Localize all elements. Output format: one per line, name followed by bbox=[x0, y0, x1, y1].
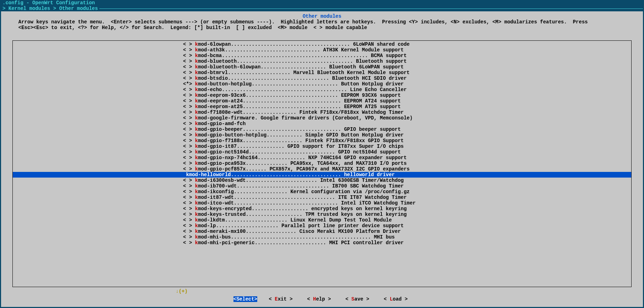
module-row-mod-keys-trusted[interactable]: < > kmod-keys-trusted...................… bbox=[13, 212, 631, 217]
module-row-mod-it87-wdt[interactable]: < > kmod-it87-wdt.......................… bbox=[13, 195, 631, 200]
module-row-mod-gpio-nct5104d[interactable]: < > kmod-gpio-nct5104d..................… bbox=[13, 149, 631, 155]
module-row-mod-mhi-bus[interactable]: < > kmod-mhi-bus........................… bbox=[13, 234, 631, 240]
main-area: Other modules Arrow keys navigate the me… bbox=[1, 11, 643, 307]
module-row-mod-gpio-amd-fch[interactable]: < > kmod-gpio-amd-fch bbox=[13, 121, 631, 127]
section-title: Other modules bbox=[5, 13, 639, 19]
module-row-mod-gpio-nxp-74hc164[interactable]: < > kmod-gpio-nxp-74hc164...............… bbox=[13, 155, 631, 161]
module-row-mod-echo[interactable]: < > kmod-echo...........................… bbox=[13, 87, 631, 93]
select-button[interactable]: <Select> bbox=[233, 296, 257, 302]
help-text-line2: <Esc><Esc> to exit, <?> for Help, </> fo… bbox=[5, 25, 639, 30]
module-row-mod-bluetooth-6lowpan[interactable]: < > kmod-bluetooth-6lowpan..............… bbox=[13, 64, 631, 70]
module-row-mod-gpio-beeper[interactable]: < > kmod-gpio-beeper....................… bbox=[13, 127, 631, 132]
module-row-mod-ib700-wdt[interactable]: < > kmod-ib700-wdt......................… bbox=[13, 183, 631, 189]
module-row-mod-lkdtm[interactable]: < > kmod-lkdtm..................... Linu… bbox=[13, 217, 631, 223]
help-text-line1: Arrow keys navigate the menu. <Enter> se… bbox=[5, 19, 639, 25]
module-row-mod-itco-wdt[interactable]: < > kmod-itco-wdt.......................… bbox=[13, 200, 631, 206]
breadcrumb-text: > Kernel modules > Other modules bbox=[1, 6, 98, 11]
module-row-mod-i6300esb-wdt[interactable]: < > kmod-i6300esb-wdt...................… bbox=[13, 178, 631, 183]
module-row-mod-ath3k[interactable]: < > kmod-ath3k..........................… bbox=[13, 47, 631, 53]
module-row-mod-6lowpan[interactable]: < > kmod-6lowpan........................… bbox=[13, 41, 631, 47]
module-row-mod-bcma[interactable]: < > kmod-bcma...........................… bbox=[13, 53, 631, 58]
module-row-mod-lp[interactable]: < > kmod-lp..................... Paralle… bbox=[13, 223, 631, 229]
module-row-mod-btmrvl[interactable]: < > kmod-btmrvl..................... Mar… bbox=[13, 70, 631, 75]
exit-button[interactable]: < Exit > bbox=[269, 296, 296, 302]
module-row-mod-helloworld[interactable]: kmod-helloworld.........................… bbox=[13, 172, 631, 178]
module-row-mod-btsdio[interactable]: < > kmod-btsdio.........................… bbox=[13, 75, 631, 81]
module-row-mod-bluetooth[interactable]: < > kmod-bluetooth......................… bbox=[13, 58, 631, 64]
breadcrumb: > Kernel modules > Other modules bbox=[1, 6, 643, 11]
module-row-mod-ikconfig[interactable]: < > kmod-ikconfig.................. Kern… bbox=[13, 189, 631, 195]
module-row-mod-keys-encrypted[interactable]: < > kmod-keys-encrypted.................… bbox=[13, 206, 631, 212]
module-row-mod-eeprom-at24[interactable]: < > kmod-eeprom-at24....................… bbox=[13, 98, 631, 104]
module-row-mod-gpio-it87[interactable]: < > kmod-gpio-it87................ GPIO … bbox=[13, 144, 631, 149]
module-list[interactable]: < > kmod-6lowpan........................… bbox=[12, 40, 632, 287]
module-row-mod-gpio-pcf857x[interactable]: < > kmod-gpio-pcf857x....... PCX857x, PC… bbox=[13, 166, 631, 172]
window-title: .config - OpenWrt Configuration bbox=[1, 0, 643, 6]
more-down-indicator: ↓(+) bbox=[5, 289, 639, 294]
module-row-mod-gpio-button-hotplug[interactable]: < > kmod-gpio-button-hotplug............… bbox=[13, 132, 631, 138]
module-row-mod-meraki-mx100[interactable]: < > kmod-meraki-mx100................. C… bbox=[13, 229, 631, 234]
module-row-mod-f71808e-wdt[interactable]: < > kmod-f71808e-wdt.................. F… bbox=[13, 110, 631, 115]
module-row-mod-gpio-f7188x[interactable]: < > kmod-gpio-f7188x....................… bbox=[13, 138, 631, 144]
help-button[interactable]: < Help > bbox=[307, 296, 334, 302]
module-row-mod-gpio-pca953x[interactable]: < > kmod-gpio-pca953x.............. PCA9… bbox=[13, 161, 631, 166]
load-button[interactable]: < Load > bbox=[384, 296, 411, 302]
module-row-mod-mhi-pci-generic[interactable]: < > kmod-mhi-pci-generic................… bbox=[13, 240, 631, 246]
button-row: <Select> < Exit > < Help > < Save > < Lo… bbox=[5, 294, 639, 305]
module-row-mod-eeprom-93cx6[interactable]: < > kmod-eeprom-93cx6...................… bbox=[13, 93, 631, 98]
module-row-mod-google-firmware[interactable]: < > kmod-google-firmware. Google firmwar… bbox=[13, 115, 631, 121]
save-button[interactable]: < Save > bbox=[346, 296, 373, 302]
module-row-mod-eeprom-at25[interactable]: < > kmod-eeprom-at25....................… bbox=[13, 104, 631, 110]
module-row-mod-button-hotplug[interactable]: <*> kmod-button-hotplug.................… bbox=[13, 81, 631, 87]
breadcrumb-rule bbox=[99, 9, 643, 9]
